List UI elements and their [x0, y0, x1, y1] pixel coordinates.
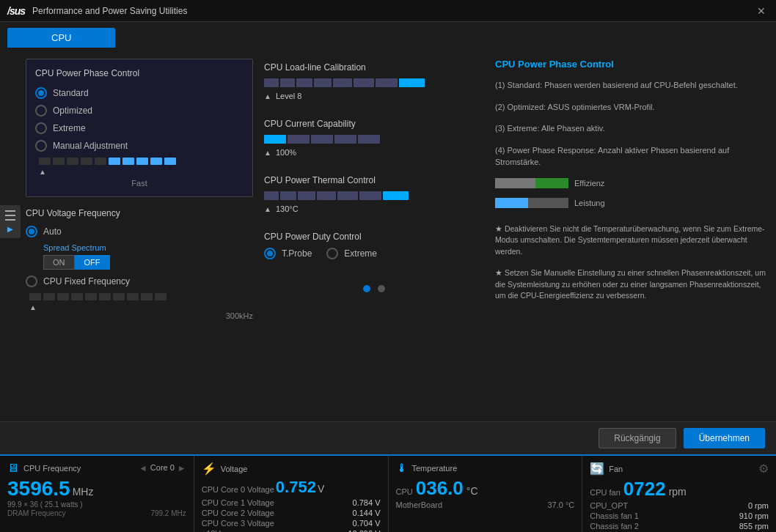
- gear-icon[interactable]: ⚙: [758, 462, 769, 476]
- cpu-freq-section: 🖥 CPU Frequency ◄ Core 0 ► 3596.5 MHz 99…: [0, 456, 194, 532]
- fan-chassis1-label: Chassis fan 1: [590, 511, 639, 520]
- radio-optimized[interactable]: Optimized: [35, 105, 244, 117]
- dot-1[interactable]: [363, 285, 370, 292]
- radio-manual[interactable]: Manual Adjustment: [35, 140, 244, 152]
- close-button[interactable]: ✕: [754, 4, 769, 18]
- freq-seg-1: [29, 293, 41, 300]
- info-line-2: (2) Optimized: ASUS optimiertes VRM-Prof…: [495, 101, 769, 114]
- temp-mb-row: MotherBoard 37.0 °C: [396, 500, 575, 509]
- temp-section: 🌡 Temperature CPU 036.0 °C MotherBoard 3…: [389, 456, 583, 532]
- asus-logo: /sus: [7, 5, 25, 17]
- dram-label: DRAM Frequency: [7, 509, 65, 517]
- status-bar: 🖥 CPU Frequency ◄ Core 0 ► 3596.5 MHz 99…: [0, 454, 776, 532]
- sidebar-menu-button[interactable]: ▶: [0, 205, 21, 238]
- v-label-4: +12V: [202, 529, 221, 532]
- info-line-1: (1) Standard: Phasen werden basierend au…: [495, 79, 769, 92]
- radio-standard[interactable]: Standard: [35, 87, 244, 99]
- tc-seg-2: [280, 191, 296, 200]
- action-bar: Rückgängig Übernehmen: [0, 421, 776, 454]
- radio-circle-manual: [35, 140, 47, 152]
- seg-5: [95, 158, 106, 165]
- legend-label-2: Leistung: [574, 199, 605, 207]
- seg-3: [67, 158, 78, 165]
- voltage-label: Voltage: [221, 465, 248, 473]
- hamburger-line-2: [5, 215, 15, 216]
- tc-seg-4: [317, 191, 336, 200]
- current-cap-value: 100%: [276, 148, 296, 157]
- seg-9: [150, 158, 162, 165]
- cpu-next-arrow[interactable]: ►: [177, 463, 186, 473]
- warning-text-1: ★ Deaktivieren Sie nicht die Temperaturü…: [495, 223, 769, 258]
- temp-cpu-row: CPU 036.0 °C: [396, 479, 575, 498]
- current-cap-value-row: ▲ 100%: [264, 148, 484, 157]
- legend-row-2: Leistung: [495, 198, 769, 208]
- current-cap-triangle-icon: ▲: [264, 149, 271, 157]
- fan-label: Fan: [609, 465, 623, 473]
- dram-row: DRAM Frequency 799.2 MHz: [7, 509, 186, 517]
- voltage-header: ⚡ Voltage: [202, 462, 381, 476]
- radio-circle-extreme-duty: [326, 248, 338, 259]
- radio-extreme[interactable]: Extreme: [35, 122, 244, 134]
- radio-circle-auto: [26, 226, 37, 237]
- thermal-title: CPU Power Thermal Control: [264, 175, 484, 185]
- thermal-value: 130°C: [276, 204, 299, 213]
- freq-seg-7: [113, 293, 125, 300]
- fan-unit: rpm: [669, 486, 687, 498]
- load-line-slider: [264, 78, 484, 87]
- cc-seg-4: [334, 135, 356, 144]
- cpu-freq-header: 🖥 CPU Frequency ◄ Core 0 ►: [7, 462, 186, 475]
- info-line-4: (4) Power Phase Response: Anzahl aktiver…: [495, 144, 769, 169]
- spread-spectrum-label: Spread Spectrum: [43, 243, 253, 252]
- cpu-nav-arrows: ◄ Core 0 ►: [139, 463, 186, 473]
- load-line-value: Level 8: [276, 92, 301, 100]
- duty-control-group: CPU Power Duty Control T.Probe Extreme: [264, 228, 484, 263]
- cc-seg-1: [264, 135, 286, 144]
- load-line-group: CPU Load-line Calibration ▲ Level 8: [264, 59, 484, 104]
- voltage-icon: ⚡: [202, 462, 216, 476]
- tc-seg-1: [264, 191, 279, 200]
- info-line-3: (3) Extreme: Alle Phasen aktiv.: [495, 122, 769, 135]
- legend-bar-part-1a: [495, 178, 535, 188]
- seg-8: [136, 158, 148, 165]
- apply-button[interactable]: Übernehmen: [684, 428, 765, 448]
- radio-circle-standard: [35, 87, 47, 99]
- ll-seg-8: [399, 78, 425, 87]
- freq-seg-5: [85, 293, 97, 300]
- core-label: Core 0: [150, 463, 175, 473]
- spread-spectrum-row: Spread Spectrum ON OFF: [26, 243, 253, 270]
- radio-circle-optimized: [35, 105, 47, 117]
- radio-fixed-freq[interactable]: CPU Fixed Frequency: [26, 276, 253, 287]
- radio-label-fixed: CPU Fixed Frequency: [43, 276, 130, 287]
- title-bar-left: /sus Performance and Power Saving Utilit…: [7, 5, 187, 17]
- v-label-2: CPU Core 2 Voltage: [202, 509, 274, 517]
- fan-chassis2-label: Chassis fan 2: [590, 522, 639, 531]
- freq-seg-8: [127, 293, 139, 300]
- ll-seg-5: [333, 78, 352, 87]
- radio-tprobe[interactable]: T.Probe: [264, 248, 312, 259]
- tab-cpu[interactable]: CPU: [7, 28, 115, 48]
- radio-auto[interactable]: Auto: [26, 226, 253, 237]
- v-row-1: CPU Core 1 Voltage 0.784 V: [202, 498, 381, 507]
- revert-button[interactable]: Rückgängig: [599, 428, 676, 448]
- temp-header: 🌡 Temperature: [396, 462, 575, 475]
- cc-seg-3: [311, 135, 333, 144]
- v-row-4: +12V 12.096 V: [202, 529, 381, 532]
- tc-seg-6: [359, 191, 381, 200]
- dot-2[interactable]: [378, 285, 385, 292]
- v-row-3: CPU Core 3 Voltage 0.704 V: [202, 519, 381, 528]
- fan-chassis1-value: 910 rpm: [739, 511, 769, 520]
- ll-seg-3: [296, 78, 312, 87]
- toggle-on[interactable]: ON: [43, 255, 75, 270]
- tc-seg-7: [383, 191, 409, 200]
- radio-extreme-duty[interactable]: Extreme: [326, 248, 377, 259]
- voltage-freq-title: CPU Voltage Frequency: [26, 208, 253, 218]
- dram-value: 799.2 MHz: [150, 509, 186, 517]
- cpu-prev-arrow[interactable]: ◄: [139, 463, 147, 473]
- seg-1: [39, 158, 51, 165]
- legend-bar-part-2b: [528, 198, 568, 208]
- toggle-off[interactable]: OFF: [75, 255, 110, 270]
- temp-cpu-label: CPU: [396, 487, 413, 496]
- legend-row-1: Effizienz: [495, 178, 769, 188]
- core0-unit: V: [318, 483, 324, 495]
- legend-bar-part-2a: [495, 198, 528, 208]
